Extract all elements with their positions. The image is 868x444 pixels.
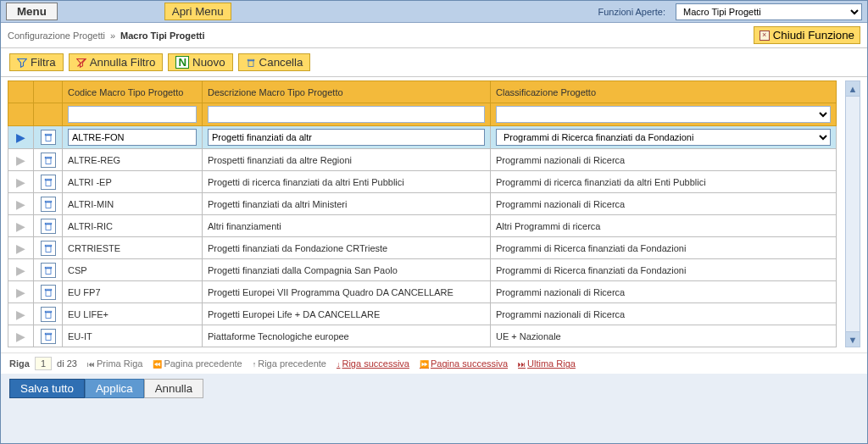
svg-rect-11 xyxy=(46,225,51,230)
pager-di: di xyxy=(57,358,64,369)
table-row[interactable]: ▶ALTRI-MINProgetti finanziati da altri M… xyxy=(8,193,837,215)
header-blank-2 xyxy=(34,81,63,103)
row-delete-button[interactable] xyxy=(41,307,56,322)
row-arrow-icon[interactable]: ▶ xyxy=(16,130,25,144)
vertical-scrollbar[interactable]: ▲ ▼ xyxy=(845,80,860,347)
annulla-filtro-button[interactable]: Annulla Filtro xyxy=(69,53,164,71)
table-row[interactable]: ▶ALTRE-REGProspetti finanziati da altre … xyxy=(8,149,837,171)
salva-tutto-button[interactable]: Salva tutto xyxy=(9,379,85,398)
row-delete-button[interactable] xyxy=(41,219,56,234)
table-row[interactable]: ▶EU-ITPiattaforme Tecnologiche europeeUE… xyxy=(8,325,837,347)
filter-desc-input[interactable] xyxy=(208,106,485,123)
trash-icon xyxy=(43,131,53,143)
row-arrow-icon[interactable]: ▶ xyxy=(16,197,25,211)
row-delete-button[interactable] xyxy=(41,329,56,344)
svg-rect-2 xyxy=(248,59,254,61)
row-desc: Prospetti finanziati da altre Regioni xyxy=(203,149,491,171)
row-desc: Progetti finanziati da altri Ministeri xyxy=(203,193,491,215)
header-desc[interactable]: Descrizione Macro Tipo Progetto xyxy=(203,81,491,103)
row-class: Programmi di ricerca finanziati da altri… xyxy=(491,171,837,193)
new-icon: N xyxy=(175,56,189,69)
action-bar: Salva tutto Applica Annulla xyxy=(1,374,867,403)
row-arrow-icon[interactable]: ▶ xyxy=(16,175,25,189)
scroll-down-icon[interactable]: ▼ xyxy=(846,331,860,347)
row-arrow-icon[interactable]: ▶ xyxy=(16,286,25,299)
header-code[interactable]: Codice Macro Tipo Progetto xyxy=(63,81,203,103)
pager-riga-label: Riga xyxy=(9,358,30,369)
svg-rect-21 xyxy=(46,335,51,341)
apri-menu-button[interactable]: Apri Menu xyxy=(164,3,231,20)
funzioni-aperte-select[interactable]: Macro Tipi Progetti xyxy=(676,3,862,20)
table-row[interactable]: ▶ALTRI -EPProgetti di ricerca finanziati… xyxy=(8,171,837,193)
first-icon: ⏮ xyxy=(87,360,95,369)
row-desc-input[interactable] xyxy=(208,129,485,146)
filter-icon xyxy=(17,58,27,68)
svg-rect-13 xyxy=(46,247,51,253)
table-row[interactable]: ▶ALTRI-RICAltri finanziamentiAltri Progr… xyxy=(8,215,837,237)
svg-rect-9 xyxy=(46,203,51,208)
table-row-selected[interactable]: ▶ Programmi di Ricerca finanziati da Fon… xyxy=(8,126,837,149)
row-desc: Progetti Europei VII Programma Quadro DA… xyxy=(203,281,491,303)
pager-prev-page[interactable]: ⏪Pagina precedente xyxy=(153,358,242,369)
row-class: Programmi nazionali di Ricerca xyxy=(491,281,837,303)
row-arrow-icon[interactable]: ▶ xyxy=(16,264,25,277)
trash-icon xyxy=(43,176,53,188)
annulla-button[interactable]: Annulla xyxy=(144,379,203,398)
row-class: Programmi nazionali di Ricerca xyxy=(491,149,837,171)
pager-first[interactable]: ⏮Prima Riga xyxy=(87,358,142,369)
toolbar: Filtra Annulla Filtro N Nuovo Cancella xyxy=(1,48,867,77)
row-class-select[interactable]: Programmi di Ricerca finanziati da Fonda… xyxy=(496,129,831,146)
row-arrow-icon[interactable]: ▶ xyxy=(16,308,25,321)
last-icon: ⏭ xyxy=(518,360,526,369)
pager-last[interactable]: ⏭Ultima Riga xyxy=(518,358,576,369)
row-delete-button[interactable] xyxy=(41,197,56,212)
row-arrow-icon[interactable]: ▶ xyxy=(16,330,25,343)
chiudi-funzione-button[interactable]: × Chiudi Funzione xyxy=(754,26,860,44)
row-delete-button[interactable] xyxy=(41,241,56,256)
svg-rect-4 xyxy=(45,135,52,136)
filtra-button[interactable]: Filtra xyxy=(9,53,64,71)
applica-button[interactable]: Applica xyxy=(85,379,144,398)
trash-icon xyxy=(43,286,53,298)
cancella-label: Cancella xyxy=(259,56,303,69)
grid: Codice Macro Tipo Progetto Descrizione M… xyxy=(8,80,837,347)
nuovo-button[interactable]: N Nuovo xyxy=(168,53,232,71)
row-desc: Progetti finanziati dalla Compagnia San … xyxy=(203,259,491,281)
table-row[interactable]: ▶EU LIFE+Progetti Europei Life + DA CANC… xyxy=(8,303,837,325)
svg-rect-17 xyxy=(46,291,51,297)
row-code: CRTRIESTE xyxy=(63,237,203,259)
row-class: UE + Nazionale xyxy=(491,325,837,347)
row-code-input[interactable] xyxy=(68,129,197,146)
row-code: EU FP7 xyxy=(63,281,203,303)
filter-code-input[interactable] xyxy=(68,106,197,123)
row-arrow-icon[interactable]: ▶ xyxy=(16,153,25,167)
table-row[interactable]: ▶CSPProgetti finanziati dalla Compagnia … xyxy=(8,259,837,281)
row-code: ALTRI-RIC xyxy=(63,215,203,237)
row-delete-button[interactable] xyxy=(41,153,56,168)
nuovo-label: Nuovo xyxy=(192,56,225,69)
menu-button[interactable]: Menu xyxy=(6,3,58,20)
trash-icon xyxy=(43,330,53,342)
row-delete-button[interactable] xyxy=(41,285,56,300)
cancella-button[interactable]: Cancella xyxy=(238,53,311,71)
row-desc: Progetti finanziati da Fondazione CRTrie… xyxy=(203,237,491,259)
row-class: Programmi di Ricerca finanziati da Fonda… xyxy=(491,259,837,281)
table-row[interactable]: ▶EU FP7Progetti Europei VII Programma Qu… xyxy=(8,281,837,303)
svg-rect-12 xyxy=(45,223,52,225)
pager-next-row[interactable]: ↓Riga successiva xyxy=(337,358,409,369)
svg-rect-19 xyxy=(46,313,51,319)
filter-cancel-icon xyxy=(76,58,86,68)
row-arrow-icon[interactable]: ▶ xyxy=(16,219,25,233)
row-arrow-icon[interactable]: ▶ xyxy=(16,241,25,255)
table-row[interactable]: ▶CRTRIESTEProgetti finanziati da Fondazi… xyxy=(8,237,837,259)
row-delete-button[interactable] xyxy=(41,130,56,145)
header-class[interactable]: Classificazione Progetto xyxy=(491,81,837,103)
row-delete-button[interactable] xyxy=(41,263,56,278)
pager-next-page[interactable]: ⏩Pagina successiva xyxy=(420,358,508,369)
filter-class-select[interactable] xyxy=(496,106,831,123)
row-delete-button[interactable] xyxy=(41,175,56,190)
filter-row xyxy=(8,103,837,126)
pager-prev-row[interactable]: ↑Riga precedente xyxy=(253,358,326,369)
header-blank-1 xyxy=(8,81,34,103)
scroll-up-icon[interactable]: ▲ xyxy=(846,81,860,97)
